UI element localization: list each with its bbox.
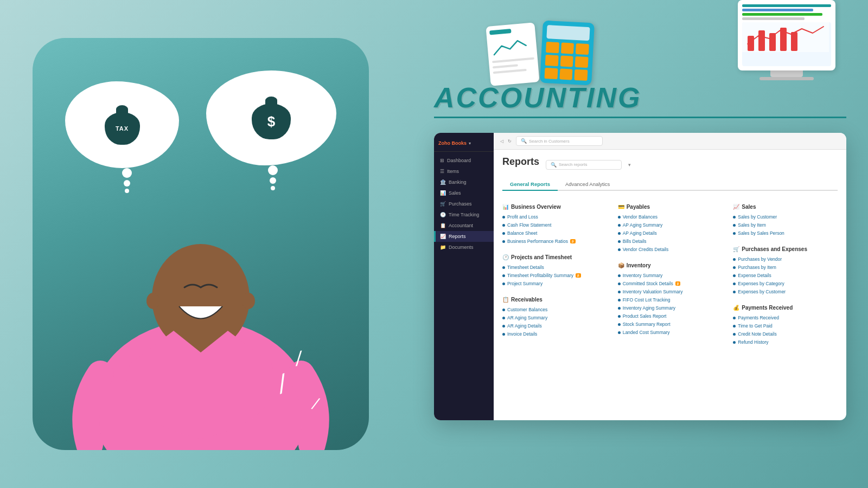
link-customer-balances[interactable]: Customer Balances <box>502 307 607 312</box>
beta-badge-timesheet: β <box>576 273 581 278</box>
section-title-business: Business Overview <box>511 204 561 210</box>
accounting-header: ACCOUNTING <box>434 81 846 124</box>
link-bills-details[interactable]: Bills Details <box>618 239 723 244</box>
link-ar-aging-details[interactable]: AR Aging Details <box>502 323 607 329</box>
link-time-to-get-paid[interactable]: Time to Get Paid <box>733 323 838 329</box>
sidebar-item-reports[interactable]: 📈 Reports <box>434 231 494 242</box>
link-timesheet-details[interactable]: Timesheet Details <box>502 265 607 270</box>
dot-product-sales <box>618 315 621 318</box>
content-area: Reports 🔍 Search reports ▾ General Repor… <box>494 150 846 420</box>
dot-expenses-customer <box>733 291 736 293</box>
logo-dropdown[interactable]: ▾ <box>469 141 471 146</box>
link-biz-performance[interactable]: Business Performance Ratios β <box>502 239 607 244</box>
link-ap-aging-details[interactable]: AP Aging Details <box>618 230 723 236</box>
dot-sales-person <box>733 232 736 235</box>
link-committed-stock[interactable]: Committed Stock Details β <box>618 281 723 286</box>
sidebar-item-accountant[interactable]: 📋 Accountant <box>434 220 494 231</box>
dot-ap-aging-details <box>618 232 621 235</box>
dot-expense-details <box>733 274 736 277</box>
beta-badge-stock: β <box>675 281 681 286</box>
dot-timesheet-details <box>502 266 505 269</box>
dropdown-arrow[interactable]: ▾ <box>628 162 631 168</box>
link-inventory-summary[interactable]: Inventory Summary <box>618 273 723 278</box>
sidebar-item-items[interactable]: ☰ Items <box>434 166 494 177</box>
sidebar-item-purchases[interactable]: 🛒 Purchases <box>434 198 494 209</box>
link-fifo-cost[interactable]: FIFO Cost Lot Tracking <box>618 297 723 303</box>
link-landed-cost[interactable]: Landed Cost Summary <box>618 330 723 335</box>
section-receivables: 📋 Receivables <box>502 297 607 303</box>
banking-icon: 🏦 <box>440 179 446 185</box>
dot-expenses-category <box>733 282 736 285</box>
link-vendor-balances[interactable]: Vendor Balances <box>618 214 723 220</box>
main-container: TAX $ <box>0 0 868 488</box>
link-payments-received[interactable]: Payments Received <box>733 315 838 320</box>
dollar-money-bag: $ <box>252 97 291 139</box>
dot-balance-sheet <box>502 232 505 235</box>
sidebar-item-documents[interactable]: 📁 Documents <box>434 242 494 253</box>
documents-icon: 📁 <box>440 245 446 250</box>
link-inventory-aging[interactable]: Inventory Aging Summary <box>618 305 723 311</box>
top-bar: ◁ ↻ 🔍 Search in Customers <box>494 133 846 150</box>
monitor-icon <box>738 0 835 80</box>
sidebar-item-timetracking[interactable]: 🕐 Time Tracking <box>434 209 494 220</box>
link-project-summary[interactable]: Project Summary <box>502 281 607 286</box>
link-inventory-valuation[interactable]: Inventory Valuation Summary <box>618 289 723 294</box>
nav-refresh[interactable]: ↻ <box>508 139 512 144</box>
dot-committed-stock <box>618 282 621 285</box>
tab-general-reports[interactable]: General Reports <box>502 178 558 191</box>
link-profit-loss[interactable]: Profit and Loss <box>502 214 607 220</box>
accountant-icon: 📋 <box>440 223 446 228</box>
logo-text: Zoho Books <box>438 140 467 146</box>
section-title-sales: Sales <box>742 204 756 210</box>
sidebar-item-sales[interactable]: 📊 Sales <box>434 188 494 198</box>
search-box[interactable]: 🔍 Search in Customers <box>516 136 603 146</box>
link-sales-by-item[interactable]: Sales by Item <box>733 222 838 228</box>
column-2: 💳 Payables Vendor Balances AP Aging Summ… <box>618 198 723 348</box>
link-product-sales[interactable]: Product Sales Report <box>618 313 723 319</box>
link-balance-sheet[interactable]: Balance Sheet <box>502 230 607 236</box>
dashboard-icon: ⊞ <box>440 158 444 163</box>
dot-biz-performance <box>502 240 505 243</box>
link-purchases-by-item[interactable]: Purchases by Item <box>733 265 838 270</box>
svg-rect-13 <box>791 32 797 51</box>
sidebar-item-banking[interactable]: 🏦 Banking <box>434 177 494 188</box>
link-ar-aging-summary[interactable]: AR Aging Summary <box>502 315 607 320</box>
dot-customer-balances <box>502 309 505 311</box>
dot-time-to-get-paid <box>733 325 736 328</box>
link-sales-by-person[interactable]: Sales by Sales Person <box>733 230 838 236</box>
sidebar-label-reports: Reports <box>449 234 466 239</box>
search-reports-placeholder: Search reports <box>559 162 587 167</box>
link-timesheet-profitability[interactable]: Timesheet Profitability Summary β <box>502 273 607 278</box>
link-vendor-credits[interactable]: Vendor Credits Details <box>618 247 723 252</box>
link-ap-aging-summary[interactable]: AP Aging Summary <box>618 222 723 228</box>
search-placeholder: Search in Customers <box>529 139 570 144</box>
dot-inventory-aging <box>618 307 621 310</box>
timetracking-icon: 🕐 <box>440 212 446 217</box>
link-expense-details[interactable]: Expense Details <box>733 273 838 278</box>
link-sales-by-customer[interactable]: Sales by Customer <box>733 214 838 220</box>
section-business-overview: 📊 Business Overview <box>502 204 607 210</box>
sidebar-label-accountant: Accountant <box>449 223 473 228</box>
section-projects-timesheet: 🕐 Projects and Timesheet <box>502 254 607 260</box>
calculator-icon <box>540 21 595 86</box>
section-title-receivables: Receivables <box>511 297 542 303</box>
purchases-icon: 🛒 <box>440 201 446 207</box>
link-stock-summary[interactable]: Stock Summary Report <box>618 322 723 327</box>
link-credit-note-details[interactable]: Credit Note Details <box>733 331 838 337</box>
search-reports-box[interactable]: 🔍 Search reports <box>546 160 622 170</box>
link-refund-history[interactable]: Refund History <box>733 339 838 345</box>
svg-rect-10 <box>758 30 765 51</box>
column-3: 📈 Sales Sales by Customer Sales by Item <box>733 198 838 348</box>
sidebar-item-dashboard[interactable]: ⊞ Dashboard <box>434 155 494 166</box>
tab-advanced-analytics[interactable]: Advanced Analytics <box>558 178 617 191</box>
dot-inventory-valuation <box>618 291 621 293</box>
link-expenses-by-category[interactable]: Expenses by Category <box>733 281 838 286</box>
link-invoice-details[interactable]: Invoice Details <box>502 331 607 337</box>
link-purchases-by-vendor[interactable]: Purchases by Vendor <box>733 256 838 262</box>
link-expenses-by-customer[interactable]: Expenses by Customer <box>733 289 838 294</box>
tax-money-bag: TAX <box>105 105 140 145</box>
nav-back[interactable]: ◁ <box>500 139 503 144</box>
dot-sales-item <box>733 224 736 227</box>
receivables-icon: 📋 <box>502 297 509 303</box>
link-cashflow[interactable]: Cash Flow Statement <box>502 222 607 228</box>
